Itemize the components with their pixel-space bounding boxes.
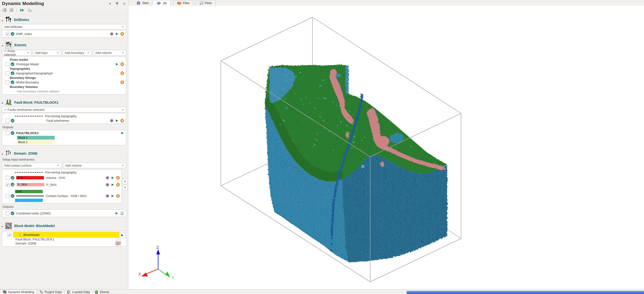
row-contact-surface[interactable]: Contact Surface - OVB / SKN [2, 194, 122, 198]
remove-x-icon[interactable] [120, 80, 124, 84]
expand-all-icon[interactable] [2, 8, 7, 13]
add-contact-surface-dropdown[interactable]: Add contact surface▼ [2, 163, 62, 168]
remove-x-icon[interactable] [116, 183, 120, 187]
settings-gear-icon[interactable] [106, 176, 109, 180]
run-play-icon[interactable] [116, 32, 118, 35]
section-fault-block[interactable]: Fault Block: FAULTBLOCK1 [0, 97, 128, 107]
collapse-icon[interactable] [2, 226, 3, 227]
remove-x-icon[interactable] [116, 194, 120, 198]
model-boundary-checkbox[interactable] [6, 80, 10, 84]
run-play-icon[interactable] [111, 194, 114, 198]
block1-color-swatch: Block 1 [17, 136, 54, 140]
close-icon[interactable]: ✕ [122, 2, 126, 5]
panel-menu-button[interactable]: ▼ [108, 2, 112, 5]
dyk-checkbox[interactable] [6, 176, 10, 180]
collapse-icon[interactable] [2, 19, 3, 21]
run-selected-icon[interactable] [28, 8, 32, 13]
home-icon [136, 1, 140, 5]
tab-label: Dynamic Modelling [8, 290, 34, 294]
add-topo-dropdown[interactable]: Add topo▼ [33, 50, 61, 55]
run-play-icon[interactable] [116, 63, 118, 66]
tab-plots[interactable]: Plots [196, 0, 216, 6]
run-play-icon[interactable] [111, 183, 114, 186]
combined-solids-checkbox[interactable] [6, 211, 10, 215]
row-volume-dyk[interactable]: DYK Volume - DYK [2, 175, 122, 181]
row-combined-solids[interactable]: Combined solids (ZONE) [2, 210, 126, 216]
row-prototype-model[interactable]: Prototype Model [2, 62, 126, 66]
row-premining-topography[interactable]: Pre-mining topography [2, 170, 122, 175]
run-play-icon[interactable] [111, 176, 114, 179]
view-tabbar: Start 3D Files Plots [128, 0, 644, 6]
settings-gear-icon[interactable] [110, 119, 114, 122]
item-label: FAULTBLOCK1 [16, 131, 39, 135]
collapse-all-icon[interactable] [10, 8, 14, 13]
bottom-tab-sheets[interactable]: Sheets [92, 290, 112, 294]
remove-x-icon[interactable] [120, 71, 124, 75]
dynamic-modelling-icon [2, 290, 7, 294]
move-down-button[interactable] [122, 185, 128, 190]
remove-x-icon[interactable] [120, 32, 124, 36]
add-drillholes-dropdown[interactable]: Add drillholes ▼ [2, 24, 126, 29]
row-block1[interactable]: Block 1 [2, 135, 126, 140]
add-volume-dropdown[interactable]: Add volume▼ [93, 50, 126, 55]
3d-viewport[interactable]: Z X Y [128, 6, 644, 289]
skn-volume-color-swatch: - [15, 199, 43, 202]
bottom-tab-dynamic-modelling[interactable]: Dynamic Modelling [0, 290, 37, 294]
report-icon[interactable] [120, 211, 124, 215]
section-block-model[interactable]: Block Model: BlockModel [0, 220, 128, 230]
sheets-icon [95, 290, 98, 294]
faultblock1-checkbox[interactable] [6, 131, 10, 135]
run-play-icon[interactable] [121, 132, 124, 135]
remove-x-icon[interactable] [120, 119, 124, 122]
section-extents[interactable]: Extents [0, 39, 128, 49]
contact-surface-checkbox[interactable] [6, 194, 10, 198]
topography-checkbox[interactable] [6, 71, 10, 75]
remove-x-icon[interactable] [120, 62, 124, 66]
settings-gear-icon[interactable] [110, 32, 114, 36]
row-premining-topography[interactable]: Pre-mining topography [2, 114, 126, 118]
panel-title: Dynamic Modelling [2, 1, 44, 6]
tab-label: Plots [205, 1, 212, 5]
section-domain-zone[interactable]: Domain: ZONE [0, 148, 128, 158]
pskn-checkbox[interactable] [6, 183, 10, 187]
run-all-icon[interactable] [20, 8, 24, 13]
tab-start[interactable]: Start [132, 0, 152, 6]
pin-icon[interactable] [115, 2, 119, 5]
fault-wireframes-checkbox[interactable] [6, 119, 10, 123]
add-boundary-dropdown[interactable]: Add boundary▼ [62, 50, 92, 55]
collapse-icon[interactable] [2, 45, 3, 46]
tab-3d[interactable]: 3D [152, 0, 171, 6]
add-volume-label: Add volume [65, 164, 82, 167]
collapse-icon[interactable] [2, 153, 3, 155]
bottom-tab-project-data[interactable]: Project Data [37, 290, 64, 294]
proto-selected-dropdown[interactable]: ✓ Proto selected▼ [2, 50, 32, 55]
application-window: Dynamic Modelling ▼ ✕ [0, 0, 644, 294]
blockmodel-checkbox[interactable] [8, 233, 12, 237]
run-play-icon[interactable] [115, 212, 118, 215]
faults-wireframes-dropdown[interactable]: ✓ Faults wireframes selected ▼ [2, 107, 126, 112]
settings-gear-icon[interactable] [106, 194, 109, 198]
run-play-icon[interactable] [116, 119, 118, 122]
drillhole-row-emp-holes[interactable]: EMP_holes [2, 31, 126, 37]
blockmodel-domain-subrow: Domain: ZONE [2, 241, 126, 245]
row-topography[interactable]: topographytr/topographypt [2, 71, 126, 75]
section-label: Drillholes [14, 18, 29, 22]
bottom-tab-loaded-data[interactable]: Loaded Data [64, 290, 92, 294]
drillholes-icon [5, 17, 12, 23]
run-play-icon [121, 234, 124, 237]
row-fault-wireframes[interactable]: Fault wireframes [2, 118, 126, 123]
row-block2[interactable]: Block 2 [2, 140, 126, 144]
settings-gear-icon[interactable] [106, 183, 109, 187]
prototype-model-checkbox[interactable] [6, 62, 10, 66]
row-blockmodel-selected[interactable]: BlockModel [2, 232, 126, 237]
row-pskn[interactable]: P_SKN P_SKN [2, 181, 122, 188]
section-drillholes[interactable]: Drillholes [0, 14, 128, 24]
collapse-icon[interactable] [2, 102, 3, 104]
tab-files[interactable]: Files [173, 0, 194, 6]
add-volume-dropdown[interactable]: Add volume▼ [63, 163, 126, 168]
row-faultblock1[interactable]: FAULTBLOCK1 [2, 131, 126, 135]
remove-x-icon[interactable] [116, 176, 120, 180]
row-model-boundary[interactable]: Model Boundary [2, 80, 126, 85]
emp-holes-checkbox[interactable] [6, 32, 10, 36]
move-up-button[interactable] [122, 179, 128, 184]
